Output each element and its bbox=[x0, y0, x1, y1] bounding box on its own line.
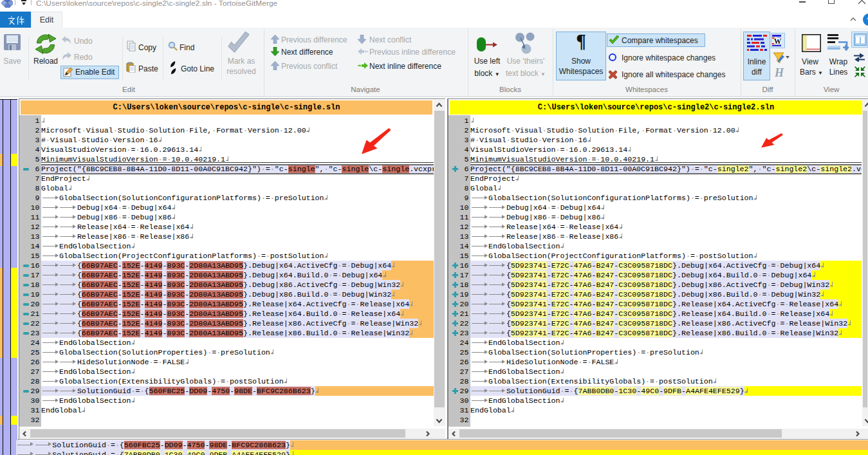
svg-text:W: W bbox=[774, 37, 782, 45]
